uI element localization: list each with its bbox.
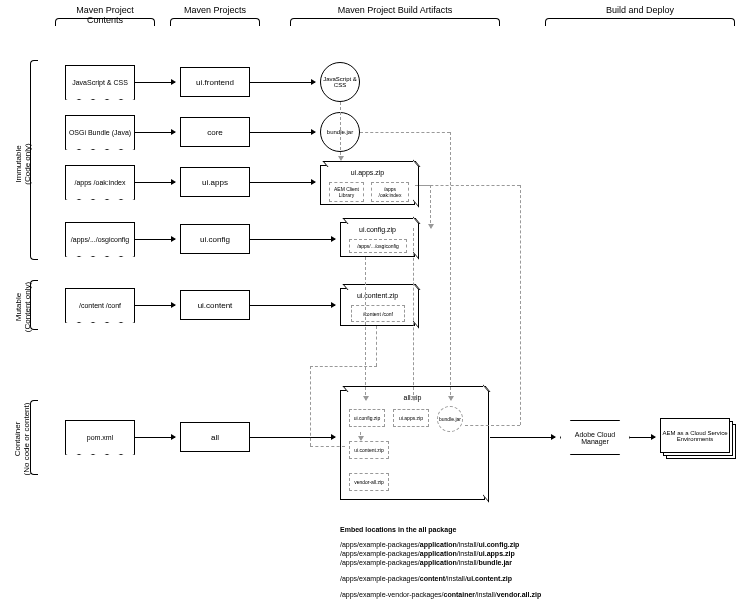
arrow [630, 437, 655, 438]
project-all: all [180, 422, 250, 452]
dashed-line [310, 446, 345, 447]
dashed-line [340, 102, 341, 160]
row-label-container: Container(No code or content) [13, 389, 31, 489]
dashed-line [360, 132, 450, 133]
col-header-deploy: Build and Deploy [580, 5, 700, 15]
brace-container [30, 400, 38, 475]
inner-clientlib: AEM Client Library [329, 182, 364, 202]
dashed-line [413, 228, 414, 400]
arrow [135, 305, 175, 306]
dashed-line [310, 366, 377, 367]
brace-projects [170, 18, 260, 26]
all-inner-config: ui.config.zip [349, 409, 385, 427]
pkg-title: ui.apps.zip [321, 169, 414, 176]
content-apps: /apps /oak:index [65, 165, 135, 200]
pkg-title: ui.config.zip [341, 226, 414, 233]
all-inner-bundle: bundle.jar [437, 406, 463, 432]
footer-line-4: /apps/example-packages/content/install/u… [340, 574, 512, 583]
artifact-all-zip: all.zip ui.config.zip ui.apps.zip bundle… [340, 390, 485, 500]
dashed-line [520, 185, 521, 425]
arrow [250, 182, 315, 183]
col-header-artifacts: Maven Project Build Artifacts [320, 5, 470, 15]
col-header-projects: Maven Projects [175, 5, 255, 15]
all-inner-apps: ui.apps.zip [393, 409, 429, 427]
dashed-line [415, 185, 520, 186]
arrow [250, 305, 335, 306]
inner-oak: /apps /oak:index [371, 182, 409, 202]
footer-line-2: /apps/example-packages/application/insta… [340, 549, 515, 558]
row-label-immutable: Immutable(Code only) [14, 124, 32, 204]
dashed-line [365, 257, 366, 400]
inner-content: /content /conf [351, 305, 405, 322]
aem-environments: AEM as a Cloud Service Environments [660, 418, 735, 458]
content-config: /apps/.../osgiconfig [65, 222, 135, 257]
project-apps: ui.apps [180, 167, 250, 197]
arrow [135, 239, 175, 240]
dashed-line [465, 425, 520, 426]
content-jscss: JavaScript & CSS [65, 65, 135, 100]
arrow [250, 82, 315, 83]
dashed-line [310, 366, 311, 446]
dashed-line [376, 326, 377, 366]
dashed-line [360, 432, 361, 440]
arrow [490, 437, 555, 438]
adobe-cloud-manager: Adobe Cloud Manager [560, 420, 630, 455]
footer-line-3: /apps/example-packages/application/insta… [340, 558, 512, 567]
dashed-line [450, 132, 451, 400]
arrow [250, 437, 335, 438]
project-frontend: ui.frontend [180, 67, 250, 97]
arrow [135, 82, 175, 83]
row-label-mutable: Mutable(Content only) [14, 267, 32, 347]
project-content: ui.content [180, 290, 250, 320]
artifact-config-zip: ui.config.zip /apps/.../osgiconfig [340, 222, 415, 257]
arrow [135, 132, 175, 133]
arrow [135, 182, 175, 183]
brace-contents [55, 18, 155, 26]
project-core: core [180, 117, 250, 147]
project-config: ui.config [180, 224, 250, 254]
artifact-jscss: JavaScript & CSS [320, 62, 360, 102]
artifact-content-zip: ui.content.zip /content /conf [340, 288, 415, 326]
arrow [250, 132, 315, 133]
arrow [250, 239, 335, 240]
content-content: /content /conf [65, 288, 135, 323]
content-osgi: OSGi Bundle (Java) [65, 115, 135, 150]
inner-config: /apps/.../osgiconfig [349, 239, 407, 253]
brace-artifacts [290, 18, 500, 26]
pkg-title: ui.content.zip [341, 292, 414, 299]
all-inner-vendor: vendor-all.zip [349, 473, 389, 491]
arrow [135, 437, 175, 438]
footer-title: Embed locations in the all package [340, 525, 456, 534]
dashed-line [430, 185, 431, 228]
artifact-apps-zip: ui.apps.zip AEM Client Library /apps /oa… [320, 165, 415, 205]
footer-line-1: /apps/example-packages/application/insta… [340, 540, 519, 549]
brace-deploy [545, 18, 735, 26]
all-inner-content: ui.content.zip [349, 441, 389, 459]
content-pom: pom.xml [65, 420, 135, 455]
footer-line-5: /apps/example-vendor-packages/container/… [340, 590, 541, 599]
